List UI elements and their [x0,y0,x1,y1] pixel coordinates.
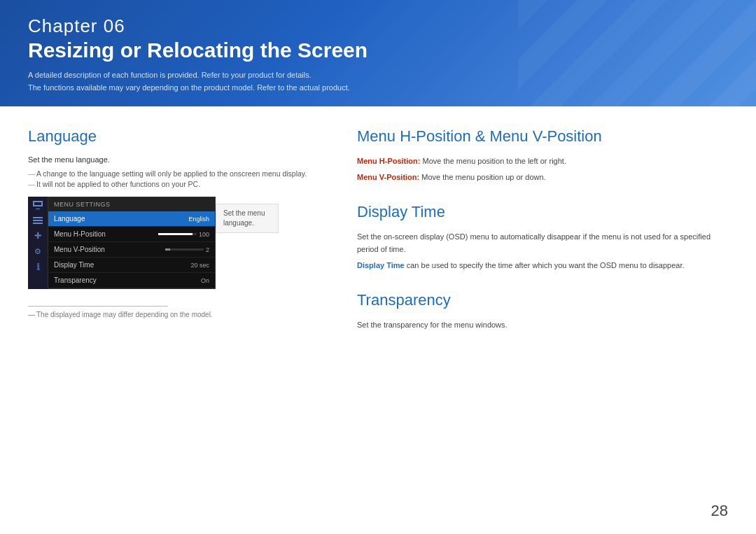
display-time-title: Display Time [357,203,728,221]
menu-settings-header: MENU SETTINGS [48,197,215,211]
menu-h-desc: Menu H-Position: Move the menu position … [357,155,728,168]
menu-row-h-position: Menu H-Position 100 [48,227,215,242]
display-time-desc1: Set the on-screen display (OSD) menu to … [357,231,728,255]
menu-position-section: Menu H-Position & Menu V-Position Menu H… [357,127,728,183]
menu-row-trans-label: Transparency [54,276,201,284]
callout-box: Set the menu language. [216,204,279,233]
menu-row-display-time: Display Time 20 sec [48,258,215,273]
menu-mockup-container: ✛ ⚙ ℹ MENU SETTINGS Language English [28,197,329,289]
gear-icon: ⚙ [32,247,43,255]
menu-row-dt-value: 20 sec [190,262,209,269]
info-icon: ℹ [32,262,43,271]
menu-v-desc-text: Move the menu position up or down. [421,173,545,181]
transparency-desc: Set the transparency for the menu window… [357,319,728,332]
menu-h-bar: 100 [153,231,209,238]
page-title: Resizing or Relocating the Screen [28,38,728,62]
side-icons-panel: ✛ ⚙ ℹ [28,197,48,289]
menu-row-language: Language English [48,211,215,227]
display-time-desc2: Display Time can be used to specify the … [357,260,728,272]
menu-row-language-value: English [188,216,209,223]
transparency-title: Transparency [357,291,728,309]
left-column: Language Set the menu language. A change… [28,127,329,351]
menu-v-bar: 2 [153,246,209,253]
header-description: A detailed description of each function … [28,69,728,94]
page-header: Chapter 06 Resizing or Relocating the Sc… [0,0,756,106]
footnote-text: The displayed image may differ depending… [28,311,329,318]
menu-row-language-label: Language [54,215,188,223]
menu-row-dt-label: Display Time [54,261,190,269]
menu-h-desc-text: Move the menu position to the left or ri… [423,157,566,165]
menu-row-v-position: Menu V-Position 2 [48,242,215,258]
set-menu-lang-text: Set the menu language. [28,155,329,164]
note-1: A change to the language setting will on… [28,169,329,178]
note-2: It will not be applied to other function… [28,180,329,188]
menu-row-trans-value: On [201,277,209,284]
display-time-highlight: Display Time [357,261,405,269]
menu-v-desc: Menu V-Position: Move the menu position … [357,171,728,184]
menu-settings-panel: MENU SETTINGS Language English Menu H-Po… [48,197,216,289]
display-time-desc2-main: can be used to specify the time after wh… [407,261,685,269]
header-desc-line1: A detailed description of each function … [28,69,728,82]
header-desc-line2: The functions available may vary dependi… [28,82,728,94]
menu-h-label: Menu H-Position: [357,157,420,165]
menu-row-v-label: Menu V-Position [54,246,153,253]
language-section: Language Set the menu language. A change… [28,127,329,318]
footnote-divider [28,306,168,307]
move-icon: ✛ [32,232,43,240]
menu-icon [32,216,43,225]
menu-v-label: Menu V-Position: [357,173,419,181]
footnote-section: The displayed image may differ depending… [28,299,329,318]
main-content: Language Set the menu language. A change… [0,106,756,365]
transparency-section: Transparency Set the transparency for th… [357,291,728,332]
monitor-icon [32,201,43,209]
display-time-section: Display Time Set the on-screen display (… [357,203,728,272]
chapter-label: Chapter 06 [28,15,728,37]
page-number: 28 [711,502,728,520]
menu-row-h-label: Menu H-Position [54,230,153,238]
language-title: Language [28,127,329,146]
menu-row-transparency: Transparency On [48,273,215,288]
menu-position-title: Menu H-Position & Menu V-Position [357,127,728,146]
right-column: Menu H-Position & Menu V-Position Menu H… [357,127,728,351]
